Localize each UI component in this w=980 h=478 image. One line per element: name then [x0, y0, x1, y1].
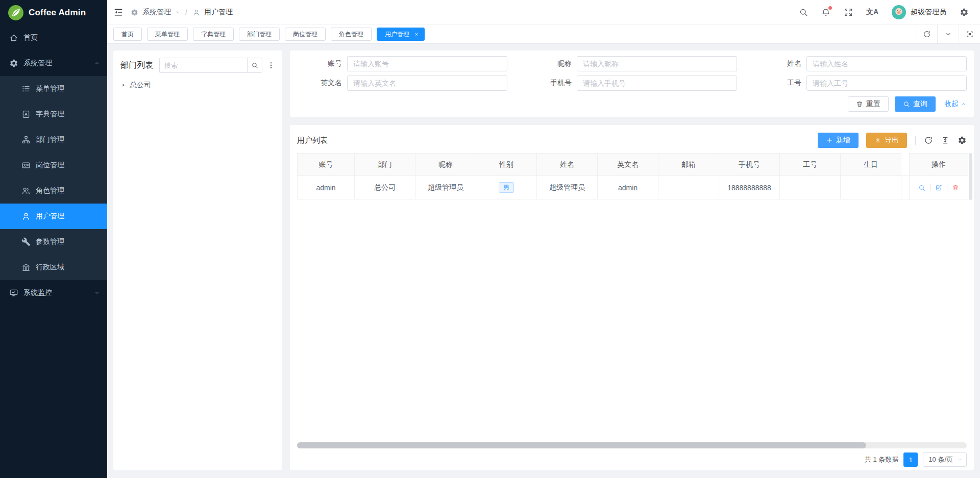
tab-dept-mgmt[interactable]: 部门管理 — [239, 28, 280, 41]
sidebar-item-menu-mgmt[interactable]: 菜单管理 — [0, 76, 107, 102]
sidebar-item-dept-mgmt[interactable]: 部门管理 — [0, 127, 107, 153]
tab-user-mgmt[interactable]: 用户管理 — [377, 28, 425, 41]
action-divider — [930, 184, 930, 191]
fullscreen-icon[interactable] — [844, 8, 853, 17]
tab-role-mgmt[interactable]: 角色管理 — [331, 28, 372, 41]
filter-field-job-no: 工号 — [756, 76, 967, 91]
dictionary-icon — [21, 110, 31, 119]
department-tree-label: 总公司 — [130, 81, 151, 90]
tabs-maximize-button[interactable] — [959, 25, 980, 43]
col-gender[interactable]: 性别 — [476, 154, 537, 176]
column-settings-button[interactable] — [958, 136, 967, 145]
tab-post-mgmt[interactable]: 岗位管理 — [285, 28, 326, 41]
sidebar-item-user-mgmt[interactable]: 用户管理 — [0, 204, 107, 229]
department-search — [159, 58, 262, 73]
tab-close-icon[interactable] — [414, 32, 419, 37]
collapse-label: 收起 — [944, 99, 959, 109]
sidebar-item-region-mgmt[interactable]: 行政区域 — [0, 255, 107, 280]
collapse-link[interactable]: 收起 — [944, 99, 967, 109]
col-birthday[interactable]: 生日 — [841, 154, 901, 176]
page-size-select[interactable]: 10 条/页 — [923, 452, 967, 467]
vertical-scrollbar-thumb[interactable] — [969, 153, 972, 200]
table-header-row: 账号 部门 昵称 性别 姓名 英文名 邮箱 手机号 工号 生日 操作 — [298, 154, 968, 176]
table-title: 用户列表 — [297, 136, 328, 145]
department-tree-root[interactable]: 总公司 — [120, 81, 275, 90]
page-1-button[interactable]: 1 — [903, 452, 918, 467]
phone-input[interactable] — [577, 76, 737, 91]
sidebar-item-post-mgmt[interactable]: 岗位管理 — [0, 153, 107, 178]
more-vertical-icon — [267, 61, 275, 69]
reset-button[interactable]: 重置 — [848, 96, 889, 112]
col-dept[interactable]: 部门 — [355, 154, 415, 176]
department-more-button[interactable] — [267, 61, 275, 69]
gear-icon — [131, 9, 138, 16]
tab-label: 首页 — [121, 30, 134, 39]
col-job-no[interactable]: 工号 — [780, 154, 841, 176]
download-icon — [874, 137, 881, 144]
user-menu[interactable]: 超级管理员 — [892, 5, 946, 19]
col-phone[interactable]: 手机号 — [719, 154, 780, 176]
horizontal-scrollbar-thumb[interactable] — [297, 442, 866, 448]
table-header-bar: 用户列表 新增 导出 — [297, 132, 967, 148]
gear-icon — [9, 59, 18, 68]
sidebar-item-home[interactable]: 首页 — [0, 25, 107, 51]
export-button[interactable]: 导出 — [866, 133, 907, 148]
en-name-input[interactable] — [347, 76, 507, 91]
account-input[interactable] — [347, 56, 507, 71]
filter-actions: 重置 查询 收起 — [297, 96, 967, 112]
col-spacer — [901, 154, 910, 176]
tabs-refresh-button[interactable] — [916, 25, 937, 43]
tab-dict-mgmt[interactable]: 字典管理 — [193, 28, 234, 41]
cell-birthday — [841, 176, 901, 199]
table-refresh-button[interactable] — [924, 136, 933, 145]
row-height-icon — [941, 136, 950, 145]
filter-field-phone: 手机号 — [527, 76, 737, 91]
sidebar-item-role-mgmt[interactable]: 角色管理 — [0, 178, 107, 204]
col-nickname[interactable]: 昵称 — [415, 154, 476, 176]
cell-gender: 男 — [476, 176, 537, 199]
query-button[interactable]: 查询 — [895, 96, 936, 112]
job-no-input[interactable] — [806, 76, 967, 91]
sidebar-item-system-mgmt[interactable]: 系统管理 — [0, 51, 107, 76]
filter-field-nickname: 昵称 — [527, 56, 737, 71]
search-icon[interactable] — [799, 8, 808, 17]
col-name[interactable]: 姓名 — [537, 154, 598, 176]
translate-icon[interactable]: 文A — [866, 8, 878, 17]
sidebar-item-label: 字典管理 — [36, 110, 64, 119]
action-divider — [947, 184, 947, 191]
tabs-dropdown-button[interactable] — [937, 25, 959, 43]
caret-right-icon[interactable] — [121, 83, 126, 88]
tab-label: 部门管理 — [247, 30, 272, 39]
horizontal-scrollbar[interactable] — [297, 442, 967, 448]
add-button[interactable]: 新增 — [818, 133, 859, 148]
sidebar-item-param-mgmt[interactable]: 参数管理 — [0, 229, 107, 255]
tab-label: 字典管理 — [201, 30, 226, 39]
query-label: 查询 — [913, 99, 927, 109]
delete-row-icon[interactable] — [952, 184, 959, 191]
row-density-button[interactable] — [941, 136, 950, 145]
notifications-button[interactable] — [821, 8, 830, 17]
col-account[interactable]: 账号 — [298, 154, 355, 176]
breadcrumb-section[interactable]: 系统管理 — [142, 8, 171, 17]
nickname-input[interactable] — [577, 56, 737, 71]
users-icon — [21, 186, 31, 195]
sidebar-item-dict-mgmt[interactable]: 字典管理 — [0, 102, 107, 127]
col-email[interactable]: 邮箱 — [658, 154, 719, 176]
field-label: 姓名 — [756, 59, 801, 68]
table-row[interactable]: admin 总公司 超级管理员 男 超级管理员 admin 1888888888… — [298, 176, 968, 199]
department-search-input[interactable] — [159, 58, 247, 73]
filter-panel: 账号 昵称 姓名 英文名 手机号 — [290, 51, 974, 117]
view-row-icon[interactable] — [918, 184, 925, 191]
edit-row-icon[interactable] — [935, 184, 942, 191]
name-input[interactable] — [806, 56, 967, 71]
sidebar-item-label: 行政区域 — [36, 263, 64, 272]
sidebar-collapse-icon[interactable] — [113, 7, 124, 17]
home-icon — [9, 33, 18, 42]
tab-home[interactable]: 首页 — [113, 28, 142, 41]
tab-menu-mgmt[interactable]: 菜单管理 — [147, 28, 188, 41]
col-en-name[interactable]: 英文名 — [598, 154, 658, 176]
sidebar-item-system-monitor[interactable]: 系统监控 — [0, 280, 107, 306]
reset-label: 重置 — [866, 99, 880, 109]
settings-gear-icon[interactable] — [960, 8, 969, 17]
department-search-button[interactable] — [247, 58, 262, 73]
